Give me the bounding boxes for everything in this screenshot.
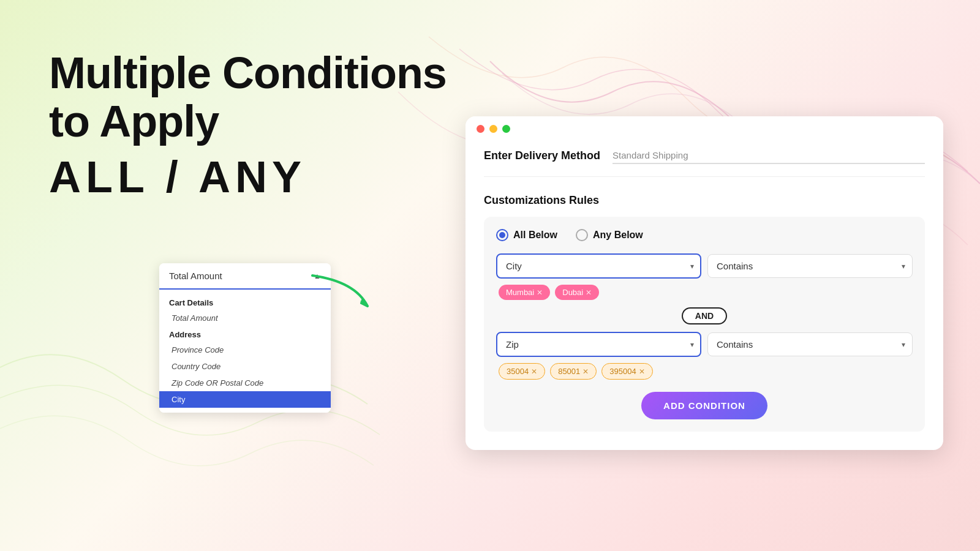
zip-operator-select[interactable]: Contains Does not contain Equals	[707, 332, 913, 356]
toggle-all-below[interactable]: All Below	[496, 229, 557, 241]
city-operator-wrapper: Contains Does not contain Equals ▾	[707, 254, 913, 278]
green-arrow-decoration	[306, 269, 380, 318]
zip-operator-wrapper: Contains Does not contain Equals ▾	[707, 332, 913, 356]
zip-tag-85001[interactable]: 85001 ✕	[550, 363, 597, 380]
rules-box: All Below Any Below City Zip Province Co…	[484, 217, 925, 432]
dropdown-trigger[interactable]: Total Amount ▲	[159, 263, 331, 290]
add-condition-row: ADD CONDITION	[496, 392, 913, 419]
zip-field-wrapper: City Zip Province Code Country Code Tota…	[496, 332, 701, 357]
title-line1: Multiple Conditions	[49, 48, 447, 97]
titlebar-dot-yellow[interactable]	[489, 125, 497, 133]
dropdown-item-total-amount[interactable]: Total Amount	[159, 310, 331, 326]
left-text-section: Multiple Conditions to Apply ALL / ANY	[49, 49, 447, 202]
title-line2: to Apply	[49, 97, 219, 146]
app-window: Enter Delivery Method Customizations Rul…	[466, 116, 943, 450]
condition-row-city: City Zip Province Code Country Code Tota…	[496, 253, 913, 279]
zip-tags-row: 35004 ✕ 85001 ✕ 395004 ✕	[496, 363, 913, 380]
window-body: Enter Delivery Method Customizations Rul…	[466, 141, 943, 450]
city-operator-select[interactable]: Contains Does not contain Equals	[707, 254, 913, 278]
city-tags-row: Mumbai ✕ Dubai ✕	[496, 285, 913, 300]
zip-tag-35004-close-icon[interactable]: ✕	[531, 367, 537, 376]
dropdown-item-zip-code[interactable]: Zip Code OR Postal Code	[159, 375, 331, 391]
dropdown-item-country-code[interactable]: Country Code	[159, 358, 331, 375]
dropdown-menu: Cart Details Total Amount Address Provin…	[159, 290, 331, 413]
delivery-method-row: Enter Delivery Method	[484, 148, 925, 177]
condition-row-zip: City Zip Province Code Country Code Tota…	[496, 332, 913, 357]
dropdown-item-city[interactable]: City	[159, 391, 331, 408]
zip-tag-35004[interactable]: 35004 ✕	[499, 363, 545, 380]
toggle-all-below-label: All Below	[513, 230, 557, 241]
city-tag-mumbai-text: Mumbai	[506, 288, 534, 297]
delivery-method-label: Enter Delivery Method	[484, 149, 600, 162]
dropdown-overlay: Total Amount ▲ Cart Details Total Amount…	[159, 263, 331, 413]
zip-tag-395004-close-icon[interactable]: ✕	[639, 367, 645, 376]
rules-title: Customizations Rules	[484, 194, 925, 207]
cart-details-section-label: Cart Details	[159, 294, 331, 310]
subtitle: ALL / ANY	[49, 152, 447, 202]
zip-tag-85001-text: 85001	[558, 367, 580, 376]
radio-all-below-inner	[499, 232, 505, 238]
toggle-any-below-label: Any Below	[593, 230, 643, 241]
zip-tag-85001-close-icon[interactable]: ✕	[582, 367, 589, 376]
city-tag-dubai[interactable]: Dubai ✕	[555, 285, 599, 300]
window-titlebar	[466, 116, 943, 141]
delivery-method-input[interactable]	[612, 148, 925, 164]
city-field-select[interactable]: City Zip Province Code Country Code Tota…	[496, 253, 701, 279]
city-tag-dubai-text: Dubai	[562, 288, 583, 297]
city-tag-mumbai-close-icon[interactable]: ✕	[537, 288, 543, 297]
zip-tag-395004[interactable]: 395004 ✕	[601, 363, 652, 380]
rule-toggle-row: All Below Any Below	[496, 229, 913, 241]
dropdown-item-province-code[interactable]: Province Code	[159, 342, 331, 358]
rules-section: Customizations Rules All Below Any Below	[484, 194, 925, 432]
dropdown-trigger-text: Total Amount	[169, 271, 222, 281]
zip-tag-35004-text: 35004	[507, 367, 529, 376]
address-section-label: Address	[159, 326, 331, 342]
and-badge-row: AND	[496, 307, 913, 324]
titlebar-dot-green[interactable]	[502, 125, 510, 133]
radio-any-below[interactable]	[576, 229, 588, 241]
city-tag-dubai-close-icon[interactable]: ✕	[586, 288, 592, 297]
and-badge: AND	[682, 307, 727, 324]
zip-tag-395004-text: 395004	[609, 367, 636, 376]
city-tag-mumbai[interactable]: Mumbai ✕	[499, 285, 550, 300]
add-condition-button[interactable]: ADD CONDITION	[641, 392, 767, 419]
radio-all-below[interactable]	[496, 229, 508, 241]
toggle-any-below[interactable]: Any Below	[576, 229, 643, 241]
zip-field-select[interactable]: City Zip Province Code Country Code Tota…	[496, 332, 701, 357]
titlebar-dot-red[interactable]	[477, 125, 484, 133]
city-field-wrapper: City Zip Province Code Country Code Tota…	[496, 253, 701, 279]
